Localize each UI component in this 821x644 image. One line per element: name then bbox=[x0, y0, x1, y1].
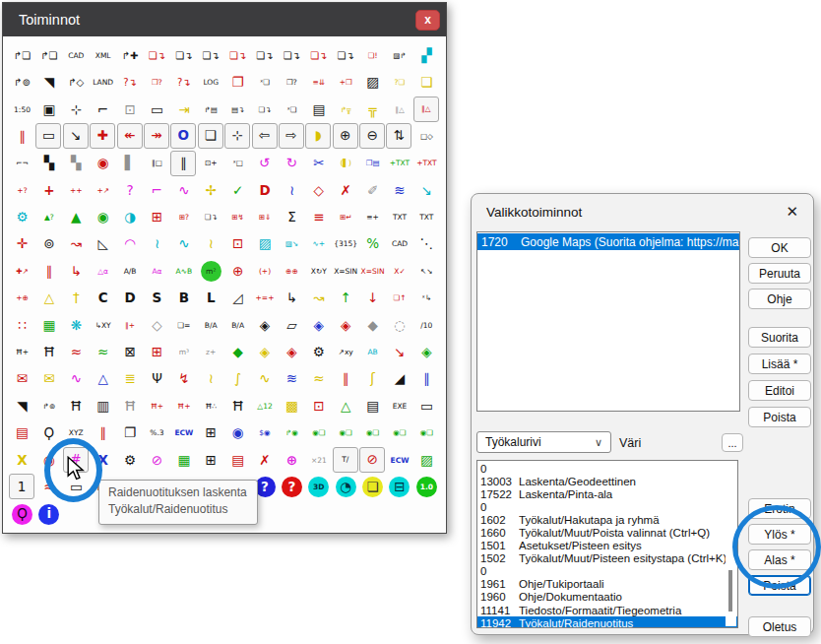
toolbar-icon[interactable]: ▤↴ bbox=[224, 97, 251, 123]
toolbar-icon[interactable]: ❏↴ bbox=[252, 42, 279, 69]
toolbar-icon[interactable]: ❏↴ bbox=[170, 42, 197, 69]
toolbar-icon[interactable]: ↳XY bbox=[90, 312, 116, 339]
toolbar-icon[interactable]: ∥△ bbox=[386, 97, 412, 123]
toolbar-icon[interactable]: ⋱ bbox=[413, 231, 440, 258]
toolbar-icon[interactable]: ⚙ bbox=[9, 204, 35, 230]
toolbar-icon[interactable]: ◆ bbox=[224, 339, 251, 365]
toolbar-icon[interactable]: △ bbox=[35, 286, 62, 312]
toolbar-icon[interactable]: ◥ bbox=[9, 393, 35, 419]
toolbar-icon[interactable]: ▱ bbox=[279, 312, 305, 339]
toolbar-icon[interactable]: ╦ bbox=[359, 97, 386, 123]
toolbar-icon[interactable]: ?↴ bbox=[117, 69, 144, 96]
function-list-item[interactable]: 17522Laskenta/Pinta-ala bbox=[477, 487, 737, 500]
toolbar-icon[interactable]: ⊞↵ bbox=[333, 204, 359, 230]
toolbar-icon[interactable]: TXT bbox=[386, 204, 412, 230]
toolbar-icon[interactable]: X↻Y bbox=[305, 258, 332, 285]
toolbar-icon[interactable]: ⊡ bbox=[305, 393, 332, 419]
toolbar-icon[interactable]: ∿ bbox=[170, 231, 197, 258]
toolbar-icon[interactable]: ⊕ bbox=[224, 258, 251, 285]
toolbar-icon[interactable]: CAD bbox=[386, 231, 412, 258]
toolbar-icon[interactable]: ↘ bbox=[63, 123, 89, 149]
toolbar-icon[interactable]: ▤ bbox=[224, 447, 251, 474]
toolbar-icon[interactable]: ◥ bbox=[35, 69, 62, 96]
toolbar-icon[interactable]: ⊕ bbox=[279, 447, 305, 474]
toolbar-icon[interactable]: 3D bbox=[305, 474, 332, 500]
toolbar-icon[interactable]: + bbox=[35, 177, 62, 204]
toolbar-icon[interactable]: ❐ bbox=[224, 69, 251, 96]
toolbar-icon[interactable]: ◉❏ bbox=[359, 419, 386, 446]
toolbar-icon[interactable]: ❏ bbox=[198, 123, 223, 149]
toolbar-icon[interactable]: ❏↴ bbox=[252, 97, 279, 123]
toolbar-icon[interactable]: ◇ bbox=[305, 177, 332, 204]
toolbar-icon[interactable]: m² bbox=[198, 258, 224, 285]
color-ellipsis-button[interactable]: ... bbox=[722, 433, 743, 452]
toolbar-icon[interactable]: m³ bbox=[170, 339, 197, 365]
toolbar-icon[interactable]: ▚ bbox=[63, 151, 90, 177]
function-list-item[interactable]: 0 bbox=[477, 500, 737, 513]
dialog-close-icon[interactable]: ✕ bbox=[786, 203, 798, 221]
toolbar-icon[interactable]: ↺ bbox=[252, 151, 279, 177]
lisaa-button[interactable]: Lisää * bbox=[748, 354, 811, 374]
toolbar-icon[interactable]: ++ bbox=[63, 177, 90, 204]
toolbar-icon[interactable]: ❏↴ bbox=[305, 42, 332, 69]
toolbar-icon[interactable]: △α bbox=[90, 258, 116, 285]
toolbar-icon[interactable]: ↝ bbox=[305, 286, 332, 312]
toolbar-icon[interactable]: ⊹ bbox=[63, 97, 90, 123]
toolbar-icon[interactable]: ❏= bbox=[170, 312, 197, 339]
toolbar-icon[interactable]: ×21 bbox=[305, 447, 332, 474]
toolbar-icon[interactable]: ECW bbox=[386, 447, 412, 474]
toolbar-icon[interactable]: ▲ bbox=[63, 204, 90, 230]
toolbar-icon[interactable]: ≡+ bbox=[359, 204, 386, 230]
toolbar-icon[interactable]: C bbox=[90, 286, 116, 312]
toolbar-icon[interactable]: ▚ bbox=[35, 151, 62, 177]
toolbar-icon[interactable]: Ħ+ bbox=[144, 393, 170, 419]
toolbar-icon[interactable]: ◈ bbox=[279, 339, 305, 365]
toolbar-icon[interactable]: Ϙ bbox=[9, 501, 35, 528]
toolbar-icon[interactable]: ⇅ bbox=[386, 123, 411, 149]
function-list-item[interactable]: 1501Asetukset/Pisteen esitys bbox=[477, 540, 737, 552]
function-list-item[interactable]: 1602Työkalut/Hakutapa ja ryhmä bbox=[477, 513, 737, 526]
toolbar-icon[interactable]: Ħ bbox=[35, 339, 62, 365]
toolbar-icon[interactable]: EXE bbox=[386, 393, 412, 419]
toolbar-icon[interactable]: ❐? bbox=[144, 69, 170, 96]
toolbar-icon[interactable]: ≈ bbox=[63, 339, 90, 365]
function-list-item[interactable]: 0 bbox=[477, 565, 737, 578]
toolbar-icon[interactable]: ✓ bbox=[224, 177, 251, 204]
toolbar-icon[interactable]: ↓ bbox=[359, 286, 386, 312]
toolbar-icon[interactable]: ∿ bbox=[252, 366, 279, 393]
toolbar-icon[interactable]: ✚ bbox=[90, 123, 115, 149]
toolbar-icon[interactable]: ≋ bbox=[279, 366, 305, 393]
toolbar-icon[interactable]: +=+ bbox=[252, 286, 279, 312]
toolbar-icon[interactable]: D bbox=[117, 286, 144, 312]
toolbar-icon[interactable]: (▌) bbox=[333, 151, 359, 177]
toolbar-icon[interactable]: ▩ bbox=[279, 393, 305, 419]
toolbar-icon[interactable]: ⚙ bbox=[117, 447, 144, 474]
toolbar-icon[interactable]: ∥+ bbox=[117, 312, 144, 339]
toolbar-icon[interactable]: ↱❏ bbox=[9, 42, 35, 69]
toolbar-icon[interactable]: i bbox=[35, 501, 62, 528]
toolbar-icon[interactable]: ?❏ bbox=[386, 69, 412, 96]
toolbar-icon[interactable]: ∥ bbox=[90, 419, 116, 446]
toolbar-icon[interactable]: ⊞ bbox=[198, 419, 224, 446]
scrollbar-thumb[interactable] bbox=[728, 570, 732, 612]
toolbar-icon[interactable]: ❏↴ bbox=[198, 204, 224, 230]
toolbar-icon[interactable]: ≀ bbox=[144, 231, 170, 258]
toolbar-icon[interactable]: ✂ bbox=[305, 151, 332, 177]
toolbar-icon[interactable]: ↱⊚ bbox=[9, 69, 35, 96]
toolbar-icon[interactable]: ⇦ bbox=[252, 123, 278, 149]
toolbar-icon[interactable]: ↱◇ bbox=[63, 69, 90, 96]
toolbar-icon[interactable]: ◉ bbox=[90, 151, 116, 177]
toolbar-icon[interactable]: ⊖ bbox=[359, 123, 385, 149]
toolbar-icon[interactable]: ↳ bbox=[279, 286, 305, 312]
toolbar-icon[interactable]: ⊞ bbox=[144, 339, 170, 365]
toolbar-icon[interactable]: +↗ bbox=[90, 177, 116, 204]
toolbar-icon[interactable]: ◈ bbox=[333, 312, 359, 339]
toolbar-icon[interactable]: ∥ bbox=[35, 258, 62, 285]
toolbar-icon[interactable]: ⊹ bbox=[224, 123, 250, 149]
function-list-item[interactable]: 11141Tiedosto/Formaatit/Tiegeometria bbox=[477, 604, 737, 616]
toolbar-icon[interactable]: ≈ bbox=[90, 339, 116, 365]
toolbar-icon[interactable]: ◠ bbox=[117, 231, 144, 258]
toolbar-icon[interactable]: ◺ bbox=[90, 231, 116, 258]
toolbar-icon[interactable]: ↳ bbox=[63, 258, 90, 285]
toolbar-icon[interactable]: ⊡ bbox=[117, 97, 144, 123]
